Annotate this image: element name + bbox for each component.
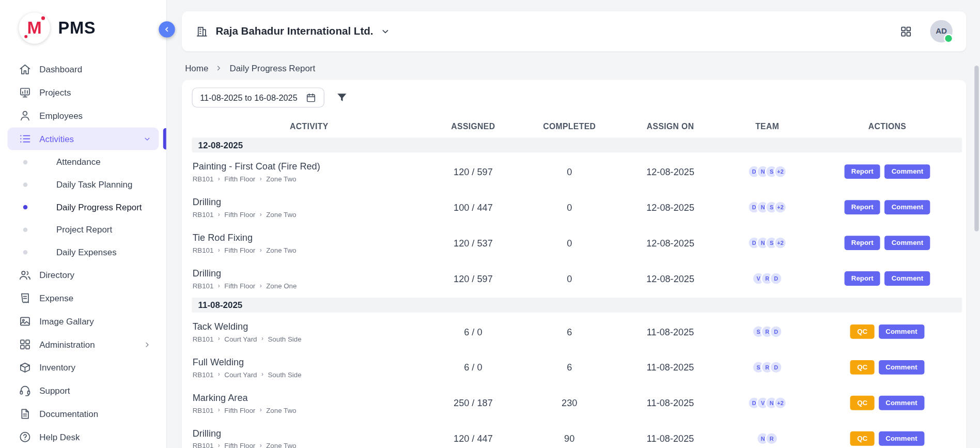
sidebar-subitem-daily-progress-report[interactable]: Daily Progress Report bbox=[0, 196, 166, 219]
activity-path-part: South Side bbox=[268, 370, 301, 378]
comment-button[interactable]: Comment bbox=[884, 271, 930, 286]
assign-on-cell: 12-08-2025 bbox=[619, 202, 722, 213]
table-row: DrillingRB101›Fifth Floor›Zone Two100 / … bbox=[192, 190, 962, 225]
sidebar-item-label: Employees bbox=[39, 111, 83, 120]
activity-path-part: Zone Two bbox=[266, 246, 296, 254]
sidebar-item-label: Documentation bbox=[39, 409, 98, 419]
table-row: Tie Rod FixingRB101›Fifth Floor›Zone Two… bbox=[192, 225, 962, 261]
comment-button[interactable]: Comment bbox=[879, 360, 924, 375]
sidebar-item-directory[interactable]: Directory bbox=[8, 264, 159, 287]
activity-name: Drilling bbox=[193, 428, 427, 439]
chevron-right-icon: › bbox=[218, 407, 220, 413]
team-more-badge[interactable]: +2 bbox=[774, 396, 787, 409]
sidebar-item-image-gallary[interactable]: Image Gallary bbox=[8, 310, 159, 333]
employees-icon bbox=[19, 110, 31, 122]
activity-path-part: RB101 bbox=[193, 282, 214, 290]
comment-button[interactable]: Comment bbox=[884, 200, 930, 214]
filter-funnel-icon[interactable] bbox=[336, 91, 348, 104]
activity-name: Tie Rod Fixing bbox=[193, 232, 427, 243]
column-header-assigned: ASSIGNED bbox=[426, 121, 520, 131]
sidebar-collapse-button[interactable] bbox=[159, 21, 175, 37]
sidebar-subitem-project-report[interactable]: Project Report bbox=[0, 218, 166, 241]
documentation-icon bbox=[19, 408, 31, 420]
comment-button[interactable]: Comment bbox=[879, 396, 924, 410]
team-more-badge[interactable]: +2 bbox=[774, 236, 787, 249]
brand-name: PMS bbox=[58, 19, 96, 38]
qc-button[interactable]: QC bbox=[850, 431, 875, 446]
qc-button[interactable]: QC bbox=[850, 325, 875, 339]
actions-cell: ReportComment bbox=[813, 271, 962, 286]
chevron-right-icon bbox=[215, 65, 223, 72]
table-body: 12-08-2025Painting - First Coat (Fire Re… bbox=[192, 137, 962, 448]
team-cell: DNS+2 bbox=[722, 200, 812, 213]
assigned-cell: 120 / 537 bbox=[426, 238, 520, 249]
team-avatar[interactable]: D bbox=[769, 325, 782, 338]
report-button[interactable]: Report bbox=[844, 164, 880, 179]
activity-path-part: Court Yard bbox=[224, 370, 257, 378]
report-button[interactable]: Report bbox=[844, 200, 880, 214]
column-header-team: TEAM bbox=[722, 121, 812, 131]
assigned-cell: 250 / 187 bbox=[426, 397, 520, 408]
sidebar-item-inventory[interactable]: Inventory bbox=[8, 357, 159, 379]
brand-logo-icon: M bbox=[19, 12, 50, 43]
team-avatar[interactable]: R bbox=[765, 432, 778, 445]
sidebar-item-label: Inventory bbox=[39, 363, 75, 373]
chevron-right-icon: › bbox=[261, 372, 263, 378]
qc-button[interactable]: QC bbox=[850, 360, 875, 375]
chevron-right-icon: › bbox=[260, 443, 262, 448]
scrollbar-thumb[interactable] bbox=[974, 66, 978, 231]
sidebar-item-employees[interactable]: Employees bbox=[8, 104, 159, 127]
company-selector[interactable]: Raja Bahadur International Ltd. bbox=[196, 25, 391, 37]
user-avatar[interactable]: AD bbox=[930, 20, 953, 43]
window-scrollbar[interactable] bbox=[974, 0, 979, 448]
chevron-right-icon: › bbox=[260, 176, 262, 182]
qc-button[interactable]: QC bbox=[850, 396, 875, 410]
activity-path: RB101›Fifth Floor›Zone Two bbox=[193, 175, 427, 183]
sidebar-item-projects[interactable]: Projects bbox=[8, 81, 159, 104]
comment-button[interactable]: Comment bbox=[879, 325, 924, 339]
sidebar-subitem-label: Daily Expenses bbox=[56, 247, 117, 257]
assigned-cell: 100 / 447 bbox=[426, 202, 520, 213]
sidebar-subitem-daily-expenses[interactable]: Daily Expenses bbox=[0, 241, 166, 264]
report-button[interactable]: Report bbox=[844, 271, 880, 286]
calendar-icon bbox=[306, 92, 317, 103]
activity-path: RB101›Fifth Floor›Zone Two bbox=[193, 246, 427, 254]
chevron-right-icon: › bbox=[218, 211, 220, 218]
comment-button[interactable]: Comment bbox=[884, 164, 930, 179]
comment-button[interactable]: Comment bbox=[879, 431, 924, 446]
sidebar-subitem-label: Attendance bbox=[56, 157, 101, 167]
sidebar-item-help-desk[interactable]: Help Desk bbox=[8, 426, 159, 448]
sidebar-item-dashboard[interactable]: Dashboard bbox=[8, 58, 159, 81]
comment-button[interactable]: Comment bbox=[884, 236, 930, 250]
team-more-badge[interactable]: +2 bbox=[774, 165, 787, 178]
team-avatar[interactable]: D bbox=[769, 361, 782, 374]
team-more-badge[interactable]: +2 bbox=[774, 200, 787, 213]
activity-path: RB101›Court Yard›South Side bbox=[193, 370, 427, 378]
sidebar-subitem-daily-task-planning[interactable]: Daily Task Planning bbox=[0, 173, 166, 196]
building-icon bbox=[196, 25, 208, 37]
report-button[interactable]: Report bbox=[844, 236, 880, 250]
sidebar-item-support[interactable]: Support bbox=[8, 379, 159, 402]
sidebar-item-activities[interactable]: Activities bbox=[8, 128, 159, 150]
date-range-input[interactable]: 11-08-2025 to 16-08-2025 bbox=[192, 87, 324, 107]
sidebar-subitem-attendance[interactable]: Attendance bbox=[0, 151, 166, 174]
team-cell: DVN+2 bbox=[722, 396, 812, 409]
completed-cell: 90 bbox=[520, 433, 619, 444]
sidebar-item-administration[interactable]: Administration bbox=[8, 333, 159, 356]
activity-cell: Marking AreaRB101›Fifth Floor›Zone Two bbox=[192, 392, 426, 414]
projects-icon bbox=[19, 86, 31, 99]
table-group-date: 11-08-2025 bbox=[192, 298, 962, 313]
breadcrumb-home[interactable]: Home bbox=[185, 63, 208, 73]
activity-path-part: RB101 bbox=[193, 442, 214, 448]
support-icon bbox=[19, 384, 31, 397]
apps-grid-icon[interactable] bbox=[899, 25, 912, 38]
activity-path: RB101›Court Yard›South Side bbox=[193, 335, 427, 343]
completed-cell: 0 bbox=[520, 273, 619, 284]
sidebar-item-documentation[interactable]: Documentation bbox=[8, 403, 159, 425]
content-card: 11-08-2025 to 16-08-2025 ACTIVITY ASSIGN… bbox=[182, 80, 966, 448]
sidebar-item-expense[interactable]: Expense bbox=[8, 287, 159, 310]
column-header-assign-on: ASSIGN ON bbox=[619, 121, 722, 131]
company-name: Raja Bahadur International Ltd. bbox=[215, 25, 373, 37]
team-avatar[interactable]: D bbox=[769, 272, 782, 285]
activity-path-part: Zone Two bbox=[266, 406, 296, 414]
